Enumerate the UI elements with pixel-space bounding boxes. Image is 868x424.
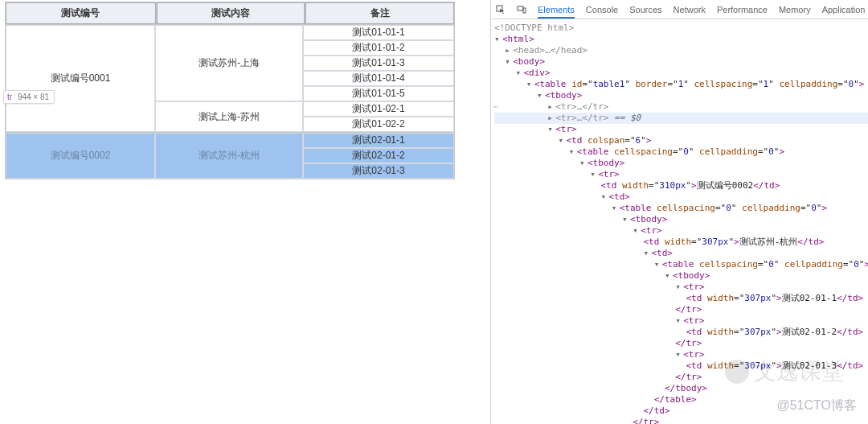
table-body: 测试编号0001测试苏州-上海测试01-01-1测试01-01-2测试01-01… (6, 25, 454, 179)
devtools-tab-memory[interactable]: Memory (779, 5, 811, 14)
devtools-tab-network[interactable]: Network (674, 5, 706, 14)
devtools-tab-elements[interactable]: Elements (538, 5, 575, 19)
tooltip-tag: tr (7, 93, 12, 101)
cell-note: 测试02-01-1 (303, 133, 454, 148)
device-icon[interactable] (517, 4, 526, 15)
cell-note: 测试01-02-1 (303, 101, 454, 117)
cell-note: 测试01-01-1 (303, 25, 454, 40)
devtools-tab-performance[interactable]: Performance (717, 5, 768, 14)
cell-note: 测试02-01-3 (303, 163, 454, 179)
svg-rect-1 (518, 6, 523, 10)
table-row[interactable]: 测试编号0002测试苏州-杭州测试02-01-1测试02-01-2测试02-01… (6, 133, 454, 179)
element-tooltip: tr 944 × 81 (3, 90, 55, 104)
col-header-content: 测试内容 (157, 2, 305, 24)
cell-note: 测试01-01-2 (303, 40, 454, 56)
table-row[interactable]: 测试编号0001测试苏州-上海测试01-01-1测试01-01-2测试01-01… (6, 25, 454, 132)
watermark-site: @51CTO博客 (776, 397, 857, 414)
cell-note: 测试01-01-5 (303, 86, 454, 101)
inspect-icon[interactable] (496, 4, 506, 15)
watermark-brand: 文逸课堂 (725, 356, 844, 387)
svg-rect-2 (523, 8, 526, 13)
col-header-id: 测试编号 (6, 2, 156, 24)
devtools-tab-console[interactable]: Console (586, 5, 618, 14)
devtools-tabbar: ElementsConsoleSourcesNetworkPerformance… (491, 0, 868, 19)
wechat-icon (725, 360, 749, 384)
cell-note: 测试01-01-4 (303, 71, 454, 86)
cell-note: 测试02-01-2 (303, 148, 454, 163)
rendered-page: 测试编号 测试内容 备注 测试编号0001测试苏州-上海测试01-01-1测试0… (0, 0, 474, 181)
cell-note: 测试01-01-3 (303, 56, 454, 71)
cell-note: 测试01-02-2 (303, 117, 454, 132)
cell-content: 测试苏州-杭州 (155, 133, 303, 179)
tooltip-dims: 944 × 81 (18, 93, 49, 101)
devtools-tab-sources[interactable]: Sources (629, 5, 661, 14)
cell-content: 测试上海-苏州 (155, 101, 303, 132)
devtools-tab-application[interactable]: Application (822, 5, 866, 14)
cell-content: 测试苏州-上海 (155, 25, 303, 101)
col-header-note: 备注 (305, 2, 454, 24)
cell-id: 测试编号0002 (6, 133, 155, 179)
cell-id: 测试编号0001 (6, 25, 155, 132)
table-header-row: 测试编号 测试内容 备注 (6, 2, 454, 24)
data-table: 测试编号 测试内容 备注 测试编号0001测试苏州-上海测试01-01-1测试0… (5, 2, 455, 179)
